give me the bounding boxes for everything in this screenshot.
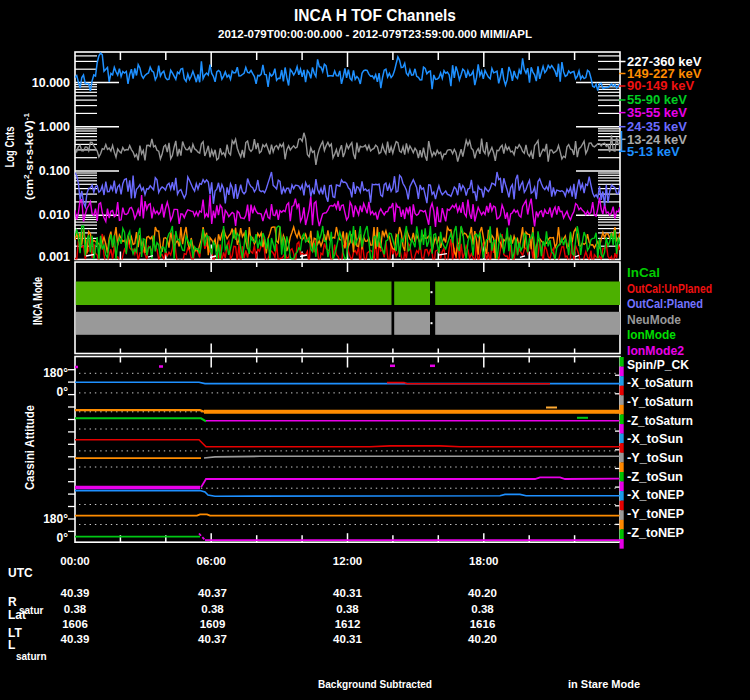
svg-text:(cm2-sr-s-keV)-1: (cm2-sr-s-keV)-1 xyxy=(22,112,35,200)
svg-text:00:00: 00:00 xyxy=(60,555,89,567)
svg-text:in Stare Mode: in Stare Mode xyxy=(568,678,640,690)
svg-text:0.38: 0.38 xyxy=(201,603,224,615)
svg-text:Cassini Attitude: Cassini Attitude xyxy=(22,405,37,490)
svg-text:-Y_toNEP: -Y_toNEP xyxy=(627,506,684,521)
svg-text:Lat: Lat xyxy=(8,608,26,622)
svg-text:IonMode: IonMode xyxy=(627,327,676,342)
svg-text:InCal: InCal xyxy=(627,265,660,280)
svg-text:18:00: 18:00 xyxy=(469,555,498,567)
svg-text:40.39: 40.39 xyxy=(61,633,90,645)
svg-text:1612: 1612 xyxy=(335,618,361,630)
svg-text:5-13 keV: 5-13 keV xyxy=(627,144,680,159)
svg-text:2012-079T00:00:00.000 - 2012-0: 2012-079T00:00:00.000 - 2012-079T23:59:0… xyxy=(218,28,532,40)
svg-text:40.37: 40.37 xyxy=(198,587,227,599)
svg-text:OutCal:UnPlaned: OutCal:UnPlaned xyxy=(627,281,712,296)
svg-text:-X_toSaturn: -X_toSaturn xyxy=(627,375,693,390)
svg-text:0.38: 0.38 xyxy=(64,603,87,615)
svg-text:0°: 0° xyxy=(57,385,69,399)
svg-text:40.37: 40.37 xyxy=(198,633,227,645)
svg-text:40.39: 40.39 xyxy=(61,587,90,599)
svg-text:0°: 0° xyxy=(57,531,69,545)
svg-text:Log Cnts: Log Cnts xyxy=(2,127,17,168)
svg-text:0.38: 0.38 xyxy=(336,603,359,615)
svg-text:35-55 keV: 35-55 keV xyxy=(627,105,687,120)
svg-text:NeuMode: NeuMode xyxy=(627,312,681,327)
svg-text:40.31: 40.31 xyxy=(333,633,362,645)
svg-text:0.001: 0.001 xyxy=(39,250,70,264)
svg-text:INCA Mode: INCA Mode xyxy=(30,277,45,325)
svg-text:180°: 180° xyxy=(43,512,68,526)
svg-text:1616: 1616 xyxy=(470,618,496,630)
svg-text:0.38: 0.38 xyxy=(471,603,494,615)
svg-text:0.100: 0.100 xyxy=(39,164,70,178)
svg-text:Background Subtracted: Background Subtracted xyxy=(318,678,432,690)
svg-text:-Z_toNEP: -Z_toNEP xyxy=(627,525,684,540)
svg-text:1.000: 1.000 xyxy=(39,120,70,134)
svg-text:1609: 1609 xyxy=(200,618,226,630)
svg-text:UTC: UTC xyxy=(8,566,33,580)
svg-text:-Z_toSaturn: -Z_toSaturn xyxy=(627,413,693,428)
svg-text:L: L xyxy=(8,638,15,652)
svg-text:06:00: 06:00 xyxy=(197,555,226,567)
svg-text:OutCal:Planed: OutCal:Planed xyxy=(627,296,703,311)
svg-text:-X_toNEP: -X_toNEP xyxy=(627,487,684,502)
svg-text:1606: 1606 xyxy=(62,618,88,630)
svg-text:-Z_toSun: -Z_toSun xyxy=(627,469,683,484)
svg-text:INCA H TOF Channels: INCA H TOF Channels xyxy=(294,6,456,24)
svg-text:90-149 keV: 90-149 keV xyxy=(627,78,695,93)
svg-text:-Y_toSaturn: -Y_toSaturn xyxy=(627,394,693,409)
svg-text:-X_toSun: -X_toSun xyxy=(627,431,683,446)
svg-text:40.20: 40.20 xyxy=(468,587,497,599)
svg-text:40.20: 40.20 xyxy=(468,633,497,645)
svg-text:Spin/P_CK: Spin/P_CK xyxy=(627,357,690,372)
svg-text:-Y_toSun: -Y_toSun xyxy=(627,450,683,465)
svg-text:saturn: saturn xyxy=(16,651,47,662)
svg-text:180°: 180° xyxy=(43,366,68,380)
svg-text:40.31: 40.31 xyxy=(333,587,362,599)
svg-text:12:00: 12:00 xyxy=(333,555,362,567)
svg-text:0.010: 0.010 xyxy=(39,208,70,222)
svg-text:10.000: 10.000 xyxy=(32,76,70,90)
